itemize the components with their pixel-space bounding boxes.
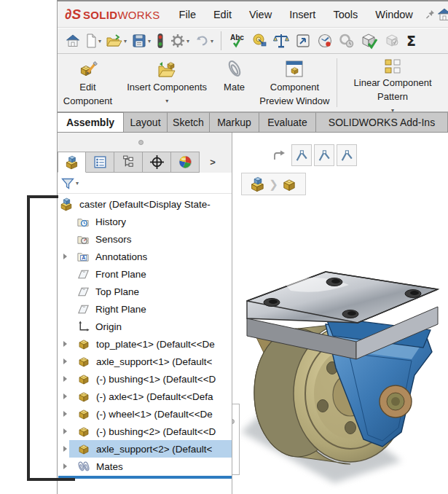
new-document-dropdown[interactable]: ▾ bbox=[98, 38, 101, 44]
verification-inactive-icon[interactable] bbox=[382, 31, 404, 51]
home-tab-icon[interactable] bbox=[436, 7, 448, 23]
tab-dimxpertmanager[interactable] bbox=[143, 152, 171, 173]
component-preview-window-button[interactable]: Component Preview Window bbox=[253, 54, 337, 111]
tree-item-axle-support-2-selected[interactable]: axle_support<2> (Default< bbox=[58, 440, 232, 458]
angle-mate-icon-button[interactable] bbox=[314, 144, 334, 166]
linear-component-pattern-button[interactable]: Linear Component Pattern ▾ bbox=[337, 54, 448, 111]
tab-markup[interactable]: Markup bbox=[210, 112, 259, 132]
tree-item-axle-1[interactable]: (-) axle<1> (Default<<Defa bbox=[58, 388, 232, 405]
mate-button[interactable]: Mate bbox=[216, 54, 253, 111]
options-dropdown[interactable]: ▾ bbox=[186, 38, 189, 44]
display-states-icon[interactable] bbox=[154, 31, 167, 51]
expand-arrow[interactable] bbox=[61, 376, 69, 382]
pin-menu-icon[interactable] bbox=[425, 9, 436, 20]
insert-components-icon bbox=[156, 58, 178, 81]
tree-item-bushing-1[interactable]: (-) bushing<1> (Default<<D bbox=[58, 370, 232, 388]
edit-component-label-line1: Edit bbox=[79, 81, 95, 95]
menu-insert[interactable]: Insert bbox=[289, 9, 315, 20]
expand-arrow[interactable] bbox=[61, 446, 69, 452]
menu-tools[interactable]: Tools bbox=[333, 9, 358, 20]
graphics-viewport[interactable]: ❯ bbox=[232, 133, 448, 494]
menu-edit[interactable]: Edit bbox=[213, 9, 232, 20]
verification-check-icon[interactable] bbox=[358, 31, 380, 51]
annotation-bracket-bottom bbox=[27, 478, 75, 481]
expand-arrow[interactable] bbox=[61, 463, 69, 469]
tab-configurationmanager[interactable] bbox=[114, 152, 143, 173]
tree-item-annotations[interactable]: Annotations bbox=[58, 248, 232, 265]
undo-icon[interactable]: ▾ bbox=[192, 31, 215, 51]
tab-evaluate[interactable]: Evaluate bbox=[259, 112, 316, 132]
undo-dropdown[interactable]: ▾ bbox=[211, 38, 213, 44]
tree-item-wheel-1[interactable]: (-) wheel<1> (Default<<De bbox=[58, 405, 232, 423]
performance-evaluation-icon[interactable] bbox=[315, 31, 335, 51]
annotation-bracket-top bbox=[27, 195, 58, 198]
part-icon bbox=[76, 372, 91, 386]
menu-window[interactable]: Window bbox=[375, 9, 413, 20]
expand-arrow[interactable] bbox=[61, 393, 69, 399]
tree-item-top-plate-1[interactable]: top_plate<1> (Default<<De bbox=[58, 335, 232, 353]
save-icon[interactable]: ▾ bbox=[130, 31, 152, 51]
rollback-bar[interactable] bbox=[58, 476, 232, 479]
new-document-icon[interactable]: ▾ bbox=[84, 31, 103, 51]
tab-sketch[interactable]: Sketch bbox=[168, 112, 210, 132]
caster-3d-model[interactable] bbox=[240, 266, 448, 492]
breadcrumb-part-icon[interactable] bbox=[280, 176, 298, 193]
annotation-bracket-vertical bbox=[27, 195, 30, 481]
expand-arrow[interactable] bbox=[61, 358, 69, 364]
solidworks-logo: ∂S SOLID WORKS bbox=[65, 7, 160, 23]
insert-components-dropdown[interactable]: ▾ bbox=[165, 97, 168, 106]
tab-displaymanager[interactable] bbox=[171, 152, 200, 173]
command-tabs: Assembly Layout Sketch Markup Evaluate S… bbox=[58, 112, 448, 133]
branch-arrow-icon[interactable] bbox=[272, 149, 287, 162]
menu-view[interactable]: View bbox=[249, 9, 272, 20]
solidworks-window: ∂S SOLID WORKS File Edit View Insert Too… bbox=[57, 0, 448, 494]
panel-tabs-overflow[interactable]: > bbox=[200, 152, 226, 173]
tab-solidworks-addins[interactable]: SOLIDWORKS Add-Ins bbox=[316, 112, 448, 132]
section-properties-icon[interactable] bbox=[293, 31, 313, 51]
equations-sigma-icon[interactable]: Σ bbox=[405, 31, 417, 51]
tree-item-history[interactable]: History bbox=[58, 213, 232, 230]
filter-dropdown[interactable]: ▾ bbox=[76, 180, 79, 187]
angle-mate-icon-button[interactable] bbox=[291, 144, 312, 166]
component-preview-label-line2: Preview Window bbox=[259, 95, 329, 109]
panel-top-strip bbox=[58, 133, 232, 152]
panel-splitter-handle[interactable] bbox=[138, 140, 144, 145]
annotations-folder-icon bbox=[76, 250, 90, 264]
tree-item-mates[interactable]: Mates bbox=[58, 458, 232, 475]
tree-item-bushing-2[interactable]: (-) bushing<2> (Default<<D bbox=[58, 423, 232, 440]
menu-file[interactable]: File bbox=[179, 9, 196, 20]
options-gear-icon[interactable]: ▾ bbox=[168, 31, 191, 51]
expand-arrow[interactable] bbox=[61, 254, 69, 259]
expand-arrow[interactable] bbox=[61, 341, 69, 347]
tree-item-top-plane[interactable]: Top Plane bbox=[58, 283, 232, 300]
open-dropdown[interactable]: ▾ bbox=[124, 38, 127, 44]
save-dropdown[interactable]: ▾ bbox=[148, 38, 151, 44]
mass-properties-icon[interactable] bbox=[271, 31, 291, 51]
breadcrumb-assembly-icon[interactable] bbox=[249, 176, 267, 193]
insert-components-button[interactable]: Insert Components ▾ bbox=[118, 54, 216, 111]
open-icon[interactable]: ▾ bbox=[104, 31, 128, 51]
spell-check-icon[interactable]: Abc bbox=[227, 31, 248, 51]
defeature-icon[interactable] bbox=[337, 31, 357, 51]
toolbar-separator bbox=[221, 31, 221, 50]
home-icon[interactable] bbox=[63, 31, 82, 51]
measure-icon[interactable] bbox=[249, 31, 270, 51]
expand-arrow[interactable] bbox=[61, 428, 69, 434]
tab-featuremanager-tree[interactable] bbox=[58, 152, 86, 173]
tab-assembly[interactable]: Assembly bbox=[58, 112, 124, 132]
tree-item-right-plane[interactable]: Right Plane bbox=[58, 300, 232, 318]
tree-item-sensors[interactable]: Sensors bbox=[58, 230, 232, 248]
tab-layout[interactable]: Layout bbox=[124, 112, 168, 132]
tree-item-front-plane[interactable]: Front Plane bbox=[58, 265, 232, 283]
expand-arrow[interactable] bbox=[61, 411, 69, 417]
filter-funnel-icon[interactable] bbox=[60, 176, 75, 191]
menu-bar: ∂S SOLID WORKS File Edit View Insert Too… bbox=[58, 1, 448, 28]
tab-propertymanager[interactable] bbox=[86, 152, 114, 173]
tree-item-origin[interactable]: Origin bbox=[58, 318, 232, 335]
mate-icon bbox=[225, 58, 244, 81]
tree-item-caster[interactable]: caster (Default<Display State- bbox=[58, 195, 232, 213]
breadcrumb-separator: ❯ bbox=[269, 178, 278, 191]
edit-component-button[interactable]: Edit Component bbox=[58, 54, 118, 111]
angle-mate-icon-button[interactable] bbox=[337, 144, 357, 166]
tree-item-axle-support-1[interactable]: axle_support<1> (Default< bbox=[58, 353, 232, 370]
